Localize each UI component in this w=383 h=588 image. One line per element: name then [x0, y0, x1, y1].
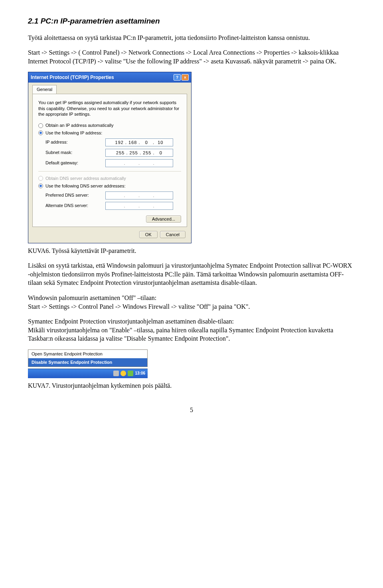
taskbar-tray: 13:06 [28, 369, 148, 378]
radio-icon [38, 130, 43, 135]
menu-item-disable-sep[interactable]: Disable Symantec Endpoint Protection [28, 358, 147, 367]
tray-icon[interactable] [128, 371, 133, 376]
paragraph-firewall-av: Lisäksi on syytä tarkistaa, että Windows… [28, 261, 355, 287]
preferred-dns-field[interactable] [105, 191, 173, 199]
radio-label: Use the following DNS server addresses: [45, 183, 126, 189]
menu-item-open-sep[interactable]: Open Symantec Endpoint Protection [28, 350, 147, 358]
intro-paragraph-2: Start -> Settings -> ( Control Panel) ->… [28, 48, 355, 65]
sep-context-menu: Open Symantec Endpoint Protection Disabl… [28, 349, 148, 367]
intro-paragraph-1: Työtä aloitettaessa on syytä tarkistaa P… [28, 34, 355, 42]
radio-obtain-dns-auto: Obtain DNS server address automatically [38, 176, 181, 182]
sep-disable-heading: Symantec Endpoint Protection virustorjun… [28, 317, 355, 326]
tab-general[interactable]: General [32, 85, 57, 94]
radio-icon [38, 184, 43, 188]
sep-disable-steps: Mikäli virustorjuntaohjelma on "Enable" … [28, 326, 355, 343]
radio-obtain-ip-auto[interactable]: Obtain an IP address automatically [38, 122, 181, 128]
label-alternate-dns: Alternate DNS server: [45, 203, 105, 209]
advanced-button[interactable]: Advanced... [146, 215, 181, 223]
radio-icon [38, 123, 43, 128]
firewall-off-steps: Start -> Settings -> Control Panel -> Wi… [28, 302, 355, 311]
help-icon[interactable]: ? [174, 74, 181, 81]
subnet-mask-field[interactable] [105, 149, 173, 157]
alternate-dns-field[interactable] [105, 202, 173, 210]
tray-icon[interactable] [113, 371, 119, 376]
radio-label: Obtain an IP address automatically [45, 122, 113, 128]
sep-shield-icon[interactable] [120, 371, 126, 376]
cancel-button[interactable]: Cancel [160, 231, 186, 238]
dialog-titlebar: Internet Protocol (TCP/IP) Properties ? … [28, 72, 191, 83]
radio-label: Use the following IP address: [45, 130, 102, 136]
label-subnet-mask: Subnet mask: [45, 150, 105, 156]
label-default-gateway: Default gateway: [45, 160, 105, 166]
close-icon[interactable]: × [182, 74, 189, 81]
label-preferred-dns: Preferred DNS server: [45, 192, 105, 198]
radio-use-following-ip[interactable]: Use the following IP address: [38, 130, 181, 136]
ok-button[interactable]: OK [139, 231, 158, 238]
radio-label: Obtain DNS server address automatically [45, 176, 126, 182]
figure6-caption: KUVA6. Työssä käytettävät IP-parametrit. [28, 247, 355, 255]
default-gateway-field[interactable] [105, 159, 173, 167]
label-ip-address: IP address: [45, 139, 105, 145]
taskbar-clock: 13:06 [135, 371, 145, 376]
dialog-info-text: You can get IP settings assigned automat… [38, 100, 181, 117]
dialog-title: Internet Protocol (TCP/IP) Properties [31, 74, 114, 81]
tcpip-properties-dialog: Internet Protocol (TCP/IP) Properties ? … [28, 72, 192, 243]
section-heading: 2.1 PC:n IP-parametrien asettaminen [28, 16, 355, 26]
radio-use-following-dns[interactable]: Use the following DNS server addresses: [38, 183, 181, 189]
figure7-caption: KUVA7. Virustorjuntaohjelman kytkeminen … [28, 381, 355, 390]
radio-icon [38, 176, 43, 181]
ip-address-field[interactable] [105, 138, 173, 146]
firewall-off-heading: Windowsin palomuurin asettaminen "Off" –… [28, 294, 355, 302]
page-number: 5 [28, 406, 355, 414]
